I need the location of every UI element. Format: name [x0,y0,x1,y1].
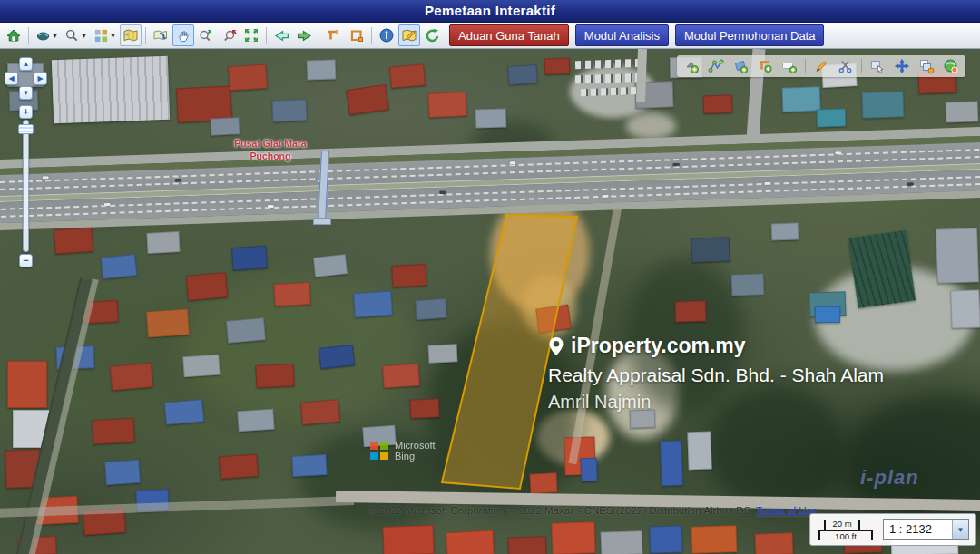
move-graphic-button[interactable] [891,57,913,75]
dropdown-caret-icon: ▼ [110,33,116,39]
bing-logo-line2: Bing [395,451,436,462]
copy-icon [918,58,935,74]
copy-graphic-button[interactable] [916,57,937,75]
move-icon [894,58,910,74]
attribution-bar: © 2022 Microsoft Corporation © 2022 Maxa… [368,505,818,516]
map-feature [272,99,308,121]
next-extent-button[interactable] [293,24,315,46]
map-feature [508,536,547,554]
map-feature [307,59,337,80]
layout-grid-menu-button[interactable]: ▼ [91,24,119,46]
refresh-button[interactable] [421,24,443,46]
zoom-out-button[interactable] [218,24,240,46]
menu-button-modul-analisis[interactable]: Modul Analisis [575,24,669,46]
map-feature [255,364,294,388]
zoom-slider-handle[interactable] [18,124,34,134]
cut-sketch-button[interactable] [835,57,857,75]
draw-toolbar-separator [861,59,862,73]
globe-locate-button[interactable] [940,57,962,75]
menu-button-aduan-guna-tanah[interactable]: Aduan Guna Tanah [449,24,569,46]
title-bar: Pemetaan Interaktif [0,0,980,23]
measure-area-icon [348,27,365,44]
map-feature [475,108,507,128]
map-feature [950,289,980,328]
chevron-down-icon[interactable]: ▼ [952,520,968,539]
add-point-button[interactable] [681,57,702,75]
scale-bar: 20 m 100 ft [817,518,875,542]
map-feature [186,272,228,301]
zoom-slider-track[interactable] [23,120,29,252]
measure-distance-icon [326,27,342,44]
pan-right-button[interactable]: ▶ [34,72,47,85]
place-label-line2: Puchong [229,151,312,163]
scale-select[interactable]: 1 : 2132 ▼ [883,519,969,540]
iproperty-watermark: iProperty.com.my Realty Appraisal Sdn. B… [548,334,884,413]
map-feature [353,291,393,318]
map-feature [507,64,537,85]
map-feature [110,363,153,391]
map-feature [219,454,259,480]
map-feature [346,84,388,115]
map-feature [92,418,134,444]
toolbar-separator [371,27,372,44]
add-line-button[interactable] [705,57,727,75]
map-feature [7,361,47,408]
zoom-menu-button[interactable]: ▼ [62,24,90,46]
export-map-button[interactable] [150,24,172,46]
identify-info-button[interactable] [376,24,397,46]
map-canvas[interactable]: Pusat Giat Mara Puchong ▲ ◀ ▶ ▼ + − [0,49,980,554]
add-polygon-button[interactable] [730,57,751,75]
bridge-landing [313,218,331,225]
zoom-in-map-button[interactable]: + [19,105,33,119]
basemap-menu-button[interactable]: ▼ [33,24,61,46]
map-feature [848,230,916,308]
map-icon [122,27,139,44]
map-feature [300,399,340,425]
map-feature [146,308,190,337]
map-feature [182,355,220,378]
pan-left-button[interactable]: ◀ [5,72,18,85]
main-toolbar: ▼ ▼ ▼ Adua [0,23,980,49]
map-feature [382,364,420,389]
map-feature [687,432,711,471]
map-feature [703,94,733,113]
map-feature [544,58,571,75]
pan-hand-button[interactable] [172,24,194,46]
home-button[interactable] [3,24,24,46]
edit-sketch-button[interactable] [810,57,832,75]
map-feature [389,63,426,88]
mid-vertical-road [636,49,647,102]
map-edit-button[interactable] [398,24,420,46]
map-feature [660,441,683,487]
measure-distance-button[interactable] [323,24,345,46]
measure-area-button[interactable] [346,24,368,46]
map-feature [446,530,494,554]
terms-of-use-link[interactable]: Terms of Use [756,505,818,516]
map-feature [551,521,595,554]
basemap-icon [35,28,51,44]
dropdown-caret-icon: ▼ [81,33,87,39]
map-feature [581,458,598,482]
place-label-line1: Pusat Giat Mara [229,138,312,151]
full-extent-button[interactable] [240,24,262,46]
select-graphic-button[interactable] [867,57,888,75]
map-feature [54,228,93,255]
toolbar-separator [266,27,267,44]
pan-down-button[interactable]: ▼ [19,86,33,100]
zoom-in-button[interactable] [195,24,217,46]
map-feature [575,59,644,70]
dropdown-caret-icon: ▼ [52,33,58,39]
map-feature [52,56,170,123]
map-feature [782,86,821,112]
map-feature [626,112,676,140]
menu-button-modul-permohonan-data[interactable]: Modul Permohonan Data [675,24,825,46]
zoom-out-map-button[interactable]: − [19,254,33,267]
pan-up-button[interactable]: ▲ [19,57,33,71]
add-label-button[interactable] [779,57,800,75]
map-feature [409,398,439,419]
map-view-button[interactable] [120,24,142,46]
previous-extent-button[interactable] [270,24,292,46]
map-feature [731,273,765,296]
measure-sketch-button[interactable] [754,57,776,75]
scale-value: 1 : 2132 [884,520,952,539]
